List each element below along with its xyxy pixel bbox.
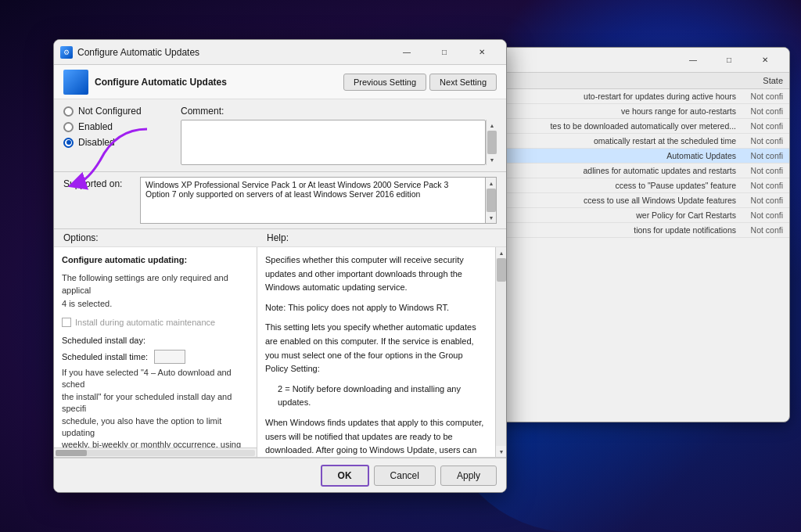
radio-not-configured-circle [63, 106, 74, 117]
supported-text: Windows XP Professional Service Pack 1 o… [140, 177, 486, 224]
bg-row-state: Not confi [736, 196, 783, 205]
bg-row-state: Not confi [736, 166, 783, 175]
help-panel: Specifies whether this computer will rec… [257, 247, 506, 457]
bg-table-row: omatically restart at the scheduled time… [486, 134, 789, 149]
nav-buttons: Previous Setting Next Setting [343, 74, 497, 91]
comment-area: Comment: ▲ ▼ [181, 106, 497, 165]
bg-state-header: State [763, 76, 783, 85]
bg-minimize-button[interactable]: — [675, 48, 711, 73]
cancel-button[interactable]: Cancel [374, 466, 436, 486]
comment-scrollbar: ▲ ▼ [486, 120, 497, 165]
help-paragraph-2: This setting lets you specify whether au… [265, 321, 487, 376]
bg-table-row: ve hours range for auto-restartsNot conf… [486, 104, 789, 119]
checkbox-maintenance[interactable]: Install during automatic maintenance [62, 316, 249, 329]
bg-row-name: tes to be downloaded automatically over … [492, 121, 736, 131]
ok-button[interactable]: OK [321, 465, 369, 487]
content-panels: Configure automatic updating: The follow… [54, 247, 506, 458]
bg-table-row: tions for update notificationsNot confi [486, 223, 789, 238]
help-paragraph-1: Note: This policy does not apply to Wind… [265, 301, 487, 315]
help-scroll-thumb [497, 258, 506, 282]
checkbox-maintenance-box [62, 318, 71, 327]
help-paragraph-3: 2 = Notify before downloading and instal… [278, 383, 487, 410]
dialog-close-button[interactable]: ✕ [464, 40, 500, 65]
help-paragraph-0: Specifies whether this computer will rec… [265, 253, 487, 295]
dialog-minimize-button[interactable]: — [389, 40, 425, 65]
bg-row-state: Not confi [736, 92, 783, 101]
bg-table-row: tes to be downloaded automatically over … [486, 119, 789, 134]
dialog-body: Not Configured Enabled Disabled Comment:… [54, 99, 506, 492]
dialog-subheader: Configure Automatic Updates Previous Set… [54, 65, 506, 99]
dialog-title: Configure Automatic Updates [77, 47, 384, 58]
bg-row-state: Not confi [736, 225, 783, 235]
dialog-maximize-button[interactable]: □ [426, 40, 462, 65]
radio-disabled-circle [63, 138, 74, 148]
prev-setting-button[interactable]: Previous Setting [343, 74, 426, 91]
bg-table-rows: uto-restart for updates during active ho… [486, 89, 789, 238]
help-panel-label: Help: [267, 232, 289, 243]
next-setting-button[interactable]: Next Setting [429, 74, 497, 91]
scheduled-time-input[interactable] [154, 350, 185, 364]
supported-scroll-down[interactable]: ▼ [486, 212, 497, 223]
comment-scroll-up[interactable]: ▲ [487, 120, 497, 131]
bg-close-button[interactable]: ✕ [747, 48, 783, 73]
comment-scroll-track [487, 131, 497, 154]
help-content: Specifies whether this computer will rec… [257, 247, 495, 457]
bg-row-name: ccess to use all Windows Update features [492, 196, 736, 205]
comment-textarea[interactable] [181, 120, 486, 165]
radio-disabled-label: Disabled [78, 137, 115, 148]
options-long-text: If you have selected "4 – Auto download … [62, 367, 249, 448]
dialog-title-icon: ⚙ [60, 46, 73, 59]
radio-not-configured[interactable]: Not Configured [63, 106, 165, 117]
bg-table-header: State [486, 73, 789, 89]
radio-group: Not Configured Enabled Disabled [63, 106, 165, 165]
bg-table-row: wer Policy for Cart RestartsNot confi [486, 208, 789, 223]
bg-row-name: adlines for automatic updates and restar… [492, 166, 736, 175]
supported-row: Supported on: Windows XP Professional Se… [54, 172, 506, 229]
scheduled-time-row: Scheduled install time: [62, 350, 249, 364]
bg-row-state: Not confi [736, 136, 783, 146]
bg-row-state: Not confi [736, 121, 783, 131]
supported-scroll-up[interactable]: ▲ [486, 178, 497, 189]
help-paragraph-4: When Windows finds updates that apply to… [265, 416, 487, 457]
supported-scrollbar: ▲ ▼ [486, 177, 497, 224]
options-scroll-track [56, 450, 255, 456]
help-scroll-up[interactable]: ▲ [496, 247, 506, 258]
bg-row-name: wer Policy for Cart Restarts [492, 210, 736, 220]
help-scroll-track [496, 258, 506, 446]
supported-scroll-track [486, 189, 496, 212]
options-heading: Configure automatic updating: [62, 253, 249, 267]
scheduled-day-row: Scheduled install day: [62, 334, 249, 347]
radio-enabled-label: Enabled [78, 121, 113, 132]
bg-row-name: tions for update notifications [492, 225, 736, 235]
options-scroll-thumb [56, 450, 87, 456]
radio-not-configured-label: Not Configured [78, 106, 142, 117]
bg-row-state: Not confi [736, 106, 783, 116]
comment-scroll-thumb [487, 131, 497, 154]
dialog-titlebar: ⚙ Configure Automatic Updates — □ ✕ [54, 40, 506, 65]
comment-scroll-down[interactable]: ▼ [487, 154, 497, 165]
bg-row-name: ccess to "Pause updates" feature [492, 181, 736, 190]
bg-table-row: ccess to "Pause updates" featureNot conf… [486, 178, 789, 193]
bg-titlebar: — □ ✕ [486, 48, 789, 73]
options-para1: The following settings are only required… [62, 271, 249, 311]
comment-label: Comment: [181, 106, 497, 117]
bg-row-name: Automatic Updates [492, 151, 736, 160]
help-scroll-down[interactable]: ▼ [496, 446, 506, 457]
dialog-footer: OK Cancel Apply [54, 458, 506, 492]
scheduled-day-label: Scheduled install day: [62, 334, 145, 347]
main-dialog: ⚙ Configure Automatic Updates — □ ✕ Conf… [53, 39, 507, 493]
bg-maximize-button[interactable]: □ [711, 48, 747, 73]
apply-button[interactable]: Apply [440, 466, 497, 486]
titlebar-controls: — □ ✕ [389, 40, 500, 65]
top-section: Not Configured Enabled Disabled Comment:… [54, 99, 506, 172]
bg-content: State uto-restart for updates during act… [486, 73, 789, 238]
panel-labels: Options: Help: [54, 229, 506, 247]
scheduled-time-label: Scheduled install time: [62, 350, 148, 364]
bg-table-row[interactable]: Automatic UpdatesNot confi [486, 149, 789, 164]
supported-scroll-thumb [487, 189, 496, 212]
radio-disabled[interactable]: Disabled [63, 137, 165, 148]
options-panel: Configure automatic updating: The follow… [54, 247, 257, 457]
subheader-title: Configure Automatic Updates [95, 77, 337, 88]
radio-enabled[interactable]: Enabled [63, 121, 165, 132]
bg-row-state: Not confi [736, 151, 783, 160]
